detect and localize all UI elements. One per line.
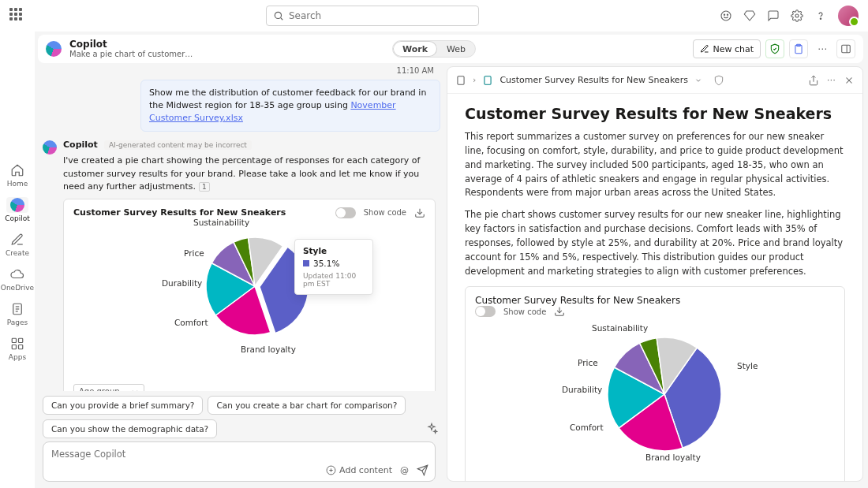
assistant-message: I've created a pie chart showing the per… <box>63 155 436 194</box>
pie-chart: Sustainability Price Durability Comfort … <box>73 222 425 379</box>
user-avatar[interactable] <box>838 6 859 26</box>
chevron-down-icon <box>131 388 139 392</box>
share-icon[interactable] <box>808 75 819 86</box>
rail-copilot[interactable]: Copilot <box>0 192 35 227</box>
chart-tooltip: Style 35.1% Updated 11:00 pm EST <box>294 239 373 295</box>
document-header: › Customer Survey Results for New Sneake… <box>447 67 862 94</box>
chat-icon[interactable] <box>767 9 780 22</box>
pages-small-icon[interactable] <box>455 75 466 86</box>
breadcrumb-chevron: › <box>473 75 476 85</box>
settings-icon[interactable] <box>791 9 803 22</box>
document-panel: › Customer Survey Results for New Sneake… <box>447 66 863 482</box>
composer: Add content @ <box>43 441 436 482</box>
help-icon[interactable] <box>814 9 827 22</box>
suggestion-1[interactable]: Can you provide a brief summary? <box>43 396 203 415</box>
emoji-icon[interactable] <box>720 9 732 22</box>
doc-more-icon[interactable]: ⋯ <box>827 75 836 86</box>
scope-work[interactable]: Work <box>393 41 437 57</box>
plus-chat-icon <box>700 44 709 54</box>
download-icon[interactable] <box>414 207 425 218</box>
header-subtitle: Make a pie chart of customer… <box>69 50 193 58</box>
document-pie-chart: Sustainability Price Durability Comfort … <box>475 317 835 481</box>
suggestion-2[interactable]: Can you create a bar chart for compariso… <box>208 396 406 415</box>
doc-show-code-toggle[interactable] <box>475 306 496 317</box>
search-input[interactable] <box>289 10 472 21</box>
copilot-header-icon <box>46 41 62 57</box>
svg-point-3 <box>724 14 724 15</box>
chat-column: 11:10 AM Show me the distribution of cus… <box>38 66 440 482</box>
svg-rect-13 <box>12 345 16 349</box>
svg-point-4 <box>727 14 728 15</box>
plus-circle-icon <box>326 465 336 475</box>
document-chart-title: Customer Survey Results for New Sneakers <box>475 295 835 306</box>
composer-input[interactable] <box>50 447 428 461</box>
svg-rect-12 <box>19 338 23 342</box>
rail-create[interactable]: Create <box>0 227 35 262</box>
svg-point-5 <box>795 14 799 17</box>
suggestion-row: Can you provide a brief summary? Can you… <box>38 391 440 441</box>
app-launcher-icon[interactable] <box>9 8 25 24</box>
assistant-name: Copilot <box>63 140 98 150</box>
send-icon <box>417 464 428 476</box>
document-paragraph-1: This report summarizes a customer survey… <box>465 130 845 200</box>
svg-rect-11 <box>12 338 16 342</box>
shield-check-icon[interactable] <box>765 39 784 58</box>
chevron-down-icon[interactable] <box>694 76 702 84</box>
scope-web[interactable]: Web <box>437 41 475 57</box>
panel-icon[interactable] <box>836 39 855 58</box>
suggestion-3[interactable]: Can you show the demographic data? <box>43 419 217 438</box>
top-icons <box>720 6 859 26</box>
svg-point-2 <box>721 11 731 20</box>
user-message: Show me the distribution of customer fee… <box>140 80 440 132</box>
svg-point-0 <box>275 12 281 18</box>
download-icon[interactable] <box>554 306 565 317</box>
svg-line-1 <box>281 18 283 20</box>
document-heading: Customer Survey Results for New Sneakers <box>465 105 845 122</box>
loop-page-icon <box>482 75 493 86</box>
clipboard-icon[interactable] <box>789 39 808 58</box>
copilot-icon <box>10 198 24 212</box>
ai-disclaimer: AI-generated content may be incorrect <box>104 140 252 150</box>
svg-rect-30 <box>485 76 491 84</box>
rail-pages[interactable]: Pages <box>0 296 35 331</box>
scope-toggle: Work Web <box>392 40 476 58</box>
new-chat-button[interactable]: New chat <box>693 39 761 58</box>
show-code-toggle[interactable] <box>335 207 356 218</box>
chart-title: Customer Survey Results for New Sneakers <box>73 207 286 218</box>
message-time: 11:10 AM <box>38 66 440 75</box>
top-bar <box>0 0 868 32</box>
send-button[interactable] <box>417 464 428 476</box>
diamond-icon[interactable] <box>743 9 756 22</box>
left-rail: Home Copilot Create OneDrive Pages Apps <box>0 32 35 488</box>
more-icon[interactable]: ⋯ <box>813 39 832 58</box>
svg-point-6 <box>820 18 821 19</box>
doc-show-code-label: Show code <box>503 307 546 316</box>
shield-icon[interactable] <box>713 75 724 86</box>
svg-rect-29 <box>458 76 464 84</box>
rail-onedrive[interactable]: OneDrive <box>0 262 35 296</box>
close-icon[interactable] <box>844 75 855 86</box>
rail-home[interactable]: Home <box>0 158 35 192</box>
search-icon <box>273 10 284 21</box>
assistant-avatar-icon <box>43 140 57 155</box>
svg-rect-14 <box>19 345 23 349</box>
age-group-select[interactable]: Age group <box>73 384 144 392</box>
chart-card: Customer Survey Results for New Sneakers… <box>63 199 436 392</box>
search-box[interactable] <box>266 6 479 26</box>
svg-rect-17 <box>842 45 851 52</box>
header-title: Copilot <box>69 39 193 50</box>
document-chart-card: Customer Survey Results for New Sneakers… <box>465 286 845 481</box>
document-breadcrumb-title[interactable]: Customer Survey Results for New Sneakers <box>499 75 687 85</box>
footnote[interactable]: 1 <box>199 182 210 192</box>
document-paragraph-2: The pie chart shows customer survey resu… <box>465 208 845 278</box>
sparkle-icon[interactable] <box>423 420 440 438</box>
show-code-label: Show code <box>364 208 406 217</box>
mention-button[interactable]: @ <box>400 465 409 475</box>
add-content-button[interactable]: Add content <box>326 465 392 475</box>
rail-apps[interactable]: Apps <box>0 331 35 366</box>
chat-header: Copilot Make a pie chart of customer… Wo… <box>38 35 863 63</box>
